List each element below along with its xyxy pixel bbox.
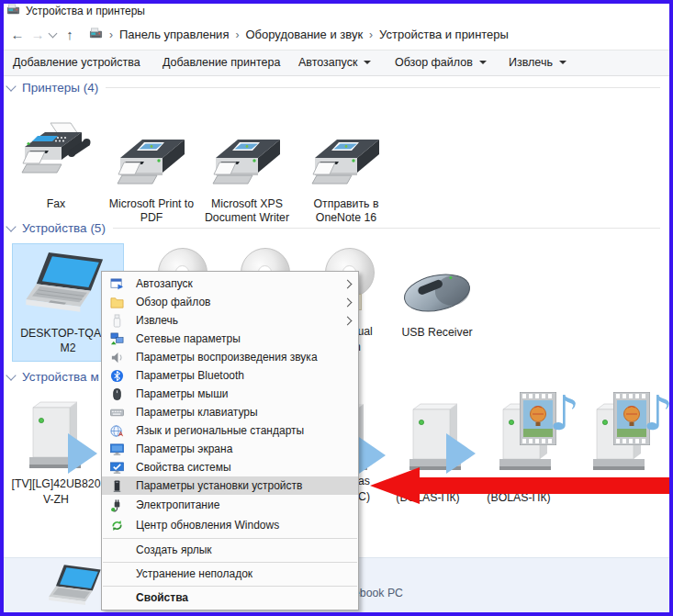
network-icon xyxy=(110,331,126,346)
folder-icon xyxy=(110,295,126,309)
address-location-icon[interactable] xyxy=(89,27,103,43)
dropdown-arrow-icon xyxy=(479,61,487,68)
printer-icon xyxy=(210,108,284,193)
printer-item-onenote[interactable]: Отправить вOneNote 16 xyxy=(297,108,395,225)
display-icon xyxy=(110,442,126,456)
menu-item-windows-update[interactable]: Центр обновления Windows xyxy=(102,515,358,535)
autoplay-menu-button[interactable]: Автозапуск xyxy=(298,56,371,69)
device-label: [TV][LG]42UB820V-ZH xyxy=(5,476,107,508)
devices-printers-icon xyxy=(6,3,20,19)
printer-item-fax[interactable]: Fax xyxy=(7,108,105,211)
menu-item-troubleshoot[interactable]: Устранение неполадок xyxy=(102,565,358,583)
play-arrow-icon xyxy=(68,433,97,474)
browse-files-menu-button[interactable]: Обзор файлов xyxy=(395,56,487,69)
device-item-usb-receiver[interactable] xyxy=(398,268,476,321)
wireless-mouse-icon xyxy=(398,305,476,320)
breadcrumb-separator: › xyxy=(109,28,113,41)
breadcrumb-separator: › xyxy=(235,28,239,41)
devices-and-printers-window: Устройства и принтеры ← → ↑ › Панель упр… xyxy=(0,0,673,616)
devices-section-header[interactable]: Устройства (5) xyxy=(7,221,660,235)
windows-update-icon xyxy=(110,518,126,532)
printer-label: Microsoft Print to xyxy=(109,197,194,211)
forward-icon[interactable]: → xyxy=(28,27,48,42)
navigation-bar: ← → ↑ › Панель управления › Оборудование… xyxy=(0,20,673,49)
mouse-icon xyxy=(110,386,126,401)
bluetooth-icon xyxy=(110,368,126,383)
submenu-arrow-icon xyxy=(343,297,353,307)
printer-label: Microsoft XPS xyxy=(205,197,289,211)
menu-item-device-installation-settings[interactable]: Параметры установки устройств xyxy=(102,476,358,495)
menu-item-browse-files[interactable]: Обзор файлов xyxy=(102,293,358,311)
keyboard-icon xyxy=(110,405,126,420)
dropdown-arrow-icon xyxy=(364,61,371,68)
menu-item-properties[interactable]: Свойства xyxy=(102,588,358,607)
breadcrumb-separator: › xyxy=(369,28,373,41)
collapse-chevron-icon xyxy=(6,221,16,231)
window-title: Устройства и принтеры xyxy=(26,5,145,17)
collapse-chevron-icon xyxy=(6,81,16,91)
printer-icon xyxy=(309,108,383,193)
submenu-arrow-icon xyxy=(343,279,353,288)
menu-item-language-region[interactable]: Язык и региональные стандарты xyxy=(102,421,358,440)
laptop-icon xyxy=(48,564,107,616)
section-rule xyxy=(113,228,660,229)
recent-locations-chevron-icon[interactable] xyxy=(49,29,58,39)
printer-label: Fax xyxy=(47,197,66,211)
menu-item-create-shortcut[interactable]: Создать ярлык xyxy=(102,541,358,559)
menu-item-power-options[interactable]: Электропитание xyxy=(102,495,358,515)
fax-icon xyxy=(19,108,93,193)
up-icon[interactable]: ↑ xyxy=(60,27,80,42)
music-note-icon: ♪ xyxy=(643,386,673,441)
add-device-button[interactable]: Добавление устройства xyxy=(13,56,140,69)
printer-item-print-to-pdf[interactable]: Microsoft Print toPDF xyxy=(103,108,200,225)
autoplay-icon xyxy=(110,276,126,291)
menu-item-system-properties[interactable]: Свойства системы xyxy=(102,458,358,476)
back-icon[interactable]: ← xyxy=(7,27,28,42)
breadcrumb-devices-and-printers[interactable]: Устройства и принтеры xyxy=(379,28,509,41)
system-properties-icon xyxy=(110,460,126,475)
command-toolbar: Добавление устройства Добавление принтер… xyxy=(0,50,673,76)
menu-separator xyxy=(103,586,357,587)
title-bar: Устройства и принтеры xyxy=(6,3,145,19)
menu-item-keyboard-settings[interactable]: Параметры клавиатуры xyxy=(102,403,358,421)
printer-item-xps-writer[interactable]: Microsoft XPSDocument Writer xyxy=(198,108,296,225)
selected-device-type-fragment: ebook PC xyxy=(353,587,403,599)
menu-item-mouse-settings[interactable]: Параметры мыши xyxy=(102,385,358,403)
breadcrumb: › Панель управления › Оборудование и зву… xyxy=(89,27,509,43)
context-menu: Автозапуск Обзор файлов Извлечь Сетевые … xyxy=(101,271,359,610)
media-devices-section-header[interactable]: Устройства м xyxy=(7,370,99,384)
breadcrumb-control-panel[interactable]: Панель управления xyxy=(119,28,229,41)
speaker-icon xyxy=(110,350,126,364)
menu-item-sound-playback-settings[interactable]: Параметры воспроизведения звука xyxy=(102,348,358,366)
usb-eject-icon xyxy=(110,313,126,328)
device-installation-icon xyxy=(110,478,126,493)
submenu-arrow-icon xyxy=(343,316,353,325)
menu-separator xyxy=(103,538,357,539)
power-icon xyxy=(110,498,126,512)
device-label-fragment: asC) xyxy=(358,474,370,505)
menu-item-autoplay[interactable]: Автозапуск xyxy=(102,274,358,293)
menu-item-network-settings[interactable]: Сетевые параметры xyxy=(102,330,358,348)
printer-icon xyxy=(115,108,188,193)
add-printer-button[interactable]: Добавление принтера xyxy=(163,56,280,69)
menu-separator xyxy=(103,562,357,563)
menu-item-display-settings[interactable]: Параметры экрана xyxy=(102,440,358,458)
device-label: USB Receiver xyxy=(389,325,485,341)
menu-item-bluetooth-settings[interactable]: Параметры Bluetooth xyxy=(102,366,358,385)
printers-section-header[interactable]: Принтеры (4) xyxy=(7,81,660,95)
language-globe-icon xyxy=(110,423,126,438)
red-annotation-arrow xyxy=(370,465,673,510)
section-rule xyxy=(106,87,660,88)
menu-item-eject[interactable]: Извлечь xyxy=(102,311,358,330)
collapse-chevron-icon xyxy=(6,370,16,380)
printer-label: Отправить в xyxy=(314,197,379,211)
dropdown-arrow-icon xyxy=(559,61,566,68)
eject-menu-button[interactable]: Извлечь xyxy=(509,56,566,69)
music-note-icon: ♪ xyxy=(549,386,579,441)
breadcrumb-hardware-and-sound[interactable]: Оборудование и звук xyxy=(245,28,363,41)
